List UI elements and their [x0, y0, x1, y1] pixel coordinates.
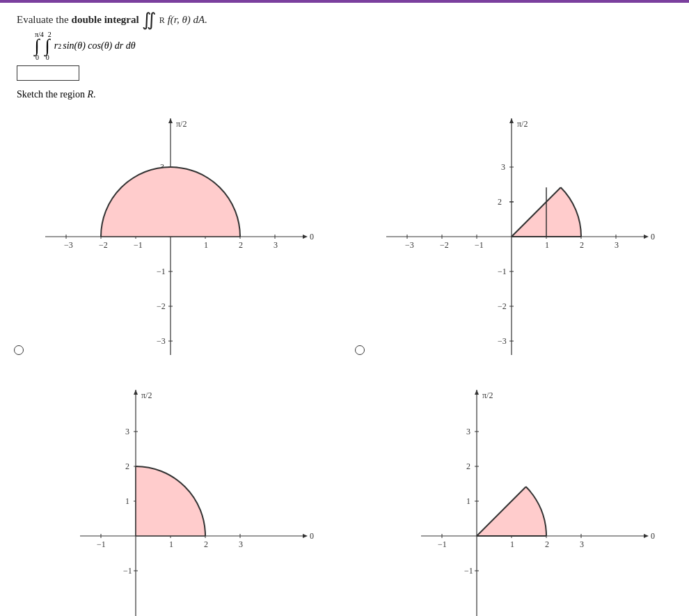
svg-text:−2: −2	[498, 301, 507, 311]
svg-text:2: 2	[204, 539, 208, 549]
svg-text:−1: −1	[498, 267, 507, 276]
svg-text:−1: −1	[475, 240, 484, 250]
radio-circle-2[interactable]	[355, 345, 365, 355]
svg-text:2: 2	[580, 240, 584, 250]
svg-text:3: 3	[125, 427, 129, 436]
svg-text:3: 3	[274, 240, 278, 250]
svg-text:0: 0	[310, 232, 314, 242]
svg-text:−2: −2	[99, 240, 108, 250]
svg-text:2: 2	[545, 539, 549, 549]
svg-text:2: 2	[498, 197, 502, 207]
graphs-container: −3 −2 −1 1 2 3 0 3 2 −1 −2 −3	[0, 104, 689, 616]
svg-marker-2	[303, 235, 308, 239]
title-bold: double integral	[72, 14, 139, 26]
svg-text:2: 2	[466, 461, 470, 471]
svg-text:1: 1	[466, 496, 470, 506]
svg-marker-3	[168, 118, 173, 123]
title-text: Evaluate the	[17, 14, 69, 26]
svg-text:3: 3	[239, 539, 243, 549]
svg-text:−1: −1	[97, 539, 106, 549]
answer-input[interactable]	[17, 65, 79, 81]
svg-text:−1: −1	[157, 267, 166, 276]
radio-circle-1[interactable]	[14, 345, 24, 355]
svg-text:1: 1	[510, 539, 514, 549]
svg-marker-34	[509, 118, 514, 123]
svg-text:1: 1	[204, 240, 208, 250]
svg-text:−3: −3	[157, 336, 166, 346]
integral-symbol: ∬	[142, 11, 157, 29]
svg-text:0: 0	[651, 232, 655, 242]
graph-top-right: −3 −2 −1 1 2 3 0 3 2 −1 −2 −3 π/2	[344, 104, 679, 376]
svg-text:1: 1	[125, 496, 129, 506]
svg-text:π/2: π/2	[482, 390, 493, 400]
svg-text:−1: −1	[134, 240, 143, 250]
region-subscript: R	[159, 15, 165, 26]
svg-text:−1: −1	[123, 566, 132, 576]
radio-option-2[interactable]	[355, 345, 365, 355]
integrand: f(r, θ) dA.	[168, 14, 207, 26]
svg-text:π/2: π/2	[176, 119, 187, 129]
svg-text:1: 1	[545, 240, 549, 250]
graph-bottom-right: −1 1 2 3 0 3 2 1 −1 π/2	[344, 376, 679, 616]
svg-text:0: 0	[651, 531, 655, 541]
svg-marker-33	[644, 235, 649, 239]
sketch-label: Sketch the region R.	[0, 88, 689, 104]
svg-text:3: 3	[501, 162, 505, 172]
math-expression: π/4 ∫ 0 2 ∫ 0 r 2 sin(θ) cos(θ) dr dθ	[31, 31, 672, 61]
svg-text:3: 3	[466, 427, 470, 436]
page-title: Evaluate the double integral ∬ R f(r, θ)…	[17, 8, 672, 26]
svg-text:−1: −1	[438, 539, 447, 549]
graph-bottom-left: −1 1 2 3 0 3 2 1 −1 π/2	[3, 376, 338, 616]
svg-text:−2: −2	[440, 240, 449, 250]
svg-text:π/2: π/2	[141, 390, 152, 400]
svg-text:−3: −3	[405, 240, 414, 250]
svg-text:−1: −1	[464, 566, 473, 576]
svg-text:−2: −2	[157, 301, 166, 311]
svg-text:3: 3	[580, 539, 584, 549]
svg-text:2: 2	[239, 240, 243, 250]
svg-marker-65	[303, 534, 308, 538]
graph-top-left: −3 −2 −1 1 2 3 0 3 2 −1 −2 −3	[3, 104, 338, 376]
svg-text:−3: −3	[498, 336, 507, 346]
svg-text:π/2: π/2	[517, 119, 528, 129]
svg-marker-66	[134, 390, 138, 395]
svg-text:1: 1	[169, 539, 173, 549]
header: Evaluate the double integral ∬ R f(r, θ)…	[0, 3, 689, 88]
svg-marker-90	[475, 390, 479, 395]
svg-text:−3: −3	[64, 240, 73, 250]
svg-text:0: 0	[310, 531, 314, 541]
radio-option-1[interactable]	[14, 345, 24, 355]
svg-text:3: 3	[615, 240, 619, 250]
svg-marker-89	[644, 534, 649, 538]
svg-text:2: 2	[125, 461, 129, 471]
